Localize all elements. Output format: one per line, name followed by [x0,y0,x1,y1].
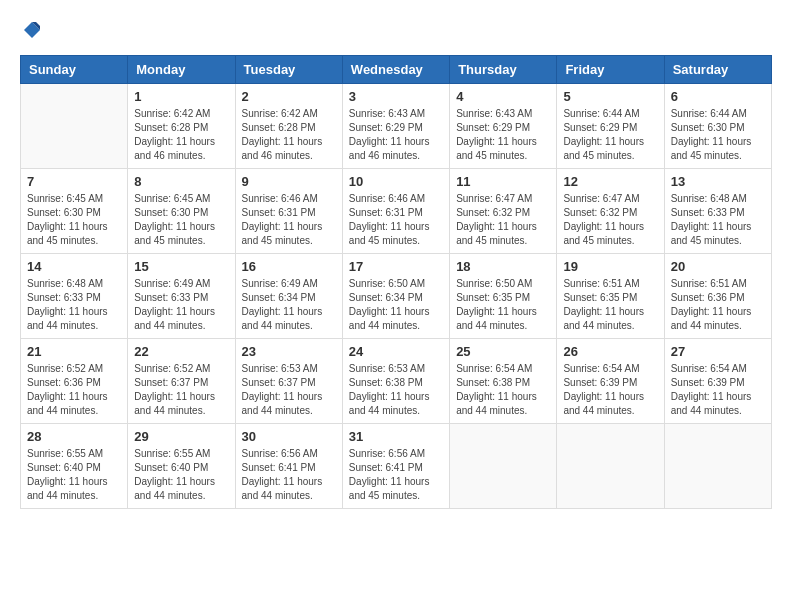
day-info: Sunrise: 6:47 AM Sunset: 6:32 PM Dayligh… [563,192,657,248]
calendar-cell: 6Sunrise: 6:44 AM Sunset: 6:30 PM Daylig… [664,84,771,169]
calendar-cell [450,424,557,509]
day-number: 11 [456,174,550,189]
day-info: Sunrise: 6:52 AM Sunset: 6:37 PM Dayligh… [134,362,228,418]
calendar-cell: 24Sunrise: 6:53 AM Sunset: 6:38 PM Dayli… [342,339,449,424]
calendar-cell [664,424,771,509]
calendar-cell: 12Sunrise: 6:47 AM Sunset: 6:32 PM Dayli… [557,169,664,254]
calendar-cell: 19Sunrise: 6:51 AM Sunset: 6:35 PM Dayli… [557,254,664,339]
day-info: Sunrise: 6:51 AM Sunset: 6:36 PM Dayligh… [671,277,765,333]
day-number: 21 [27,344,121,359]
calendar-cell: 28Sunrise: 6:55 AM Sunset: 6:40 PM Dayli… [21,424,128,509]
day-info: Sunrise: 6:56 AM Sunset: 6:41 PM Dayligh… [242,447,336,503]
day-number: 17 [349,259,443,274]
calendar-cell: 20Sunrise: 6:51 AM Sunset: 6:36 PM Dayli… [664,254,771,339]
day-info: Sunrise: 6:45 AM Sunset: 6:30 PM Dayligh… [134,192,228,248]
calendar-cell: 27Sunrise: 6:54 AM Sunset: 6:39 PM Dayli… [664,339,771,424]
day-info: Sunrise: 6:42 AM Sunset: 6:28 PM Dayligh… [242,107,336,163]
calendar-cell: 14Sunrise: 6:48 AM Sunset: 6:33 PM Dayli… [21,254,128,339]
day-info: Sunrise: 6:44 AM Sunset: 6:30 PM Dayligh… [671,107,765,163]
day-number: 19 [563,259,657,274]
day-number: 22 [134,344,228,359]
calendar-week-row: 7Sunrise: 6:45 AM Sunset: 6:30 PM Daylig… [21,169,772,254]
day-info: Sunrise: 6:46 AM Sunset: 6:31 PM Dayligh… [349,192,443,248]
day-info: Sunrise: 6:43 AM Sunset: 6:29 PM Dayligh… [349,107,443,163]
day-info: Sunrise: 6:48 AM Sunset: 6:33 PM Dayligh… [671,192,765,248]
weekday-header: Monday [128,56,235,84]
day-number: 4 [456,89,550,104]
day-number: 8 [134,174,228,189]
calendar-week-row: 1Sunrise: 6:42 AM Sunset: 6:28 PM Daylig… [21,84,772,169]
day-number: 31 [349,429,443,444]
calendar-cell: 13Sunrise: 6:48 AM Sunset: 6:33 PM Dayli… [664,169,771,254]
calendar-week-row: 28Sunrise: 6:55 AM Sunset: 6:40 PM Dayli… [21,424,772,509]
weekday-header: Wednesday [342,56,449,84]
day-info: Sunrise: 6:45 AM Sunset: 6:30 PM Dayligh… [27,192,121,248]
calendar-cell: 11Sunrise: 6:47 AM Sunset: 6:32 PM Dayli… [450,169,557,254]
calendar-cell: 25Sunrise: 6:54 AM Sunset: 6:38 PM Dayli… [450,339,557,424]
calendar-cell [21,84,128,169]
calendar-cell: 31Sunrise: 6:56 AM Sunset: 6:41 PM Dayli… [342,424,449,509]
calendar-cell: 10Sunrise: 6:46 AM Sunset: 6:31 PM Dayli… [342,169,449,254]
calendar-cell: 1Sunrise: 6:42 AM Sunset: 6:28 PM Daylig… [128,84,235,169]
day-info: Sunrise: 6:44 AM Sunset: 6:29 PM Dayligh… [563,107,657,163]
day-info: Sunrise: 6:50 AM Sunset: 6:34 PM Dayligh… [349,277,443,333]
weekday-header: Thursday [450,56,557,84]
calendar-cell: 15Sunrise: 6:49 AM Sunset: 6:33 PM Dayli… [128,254,235,339]
weekday-header-row: SundayMondayTuesdayWednesdayThursdayFrid… [21,56,772,84]
day-number: 2 [242,89,336,104]
day-info: Sunrise: 6:48 AM Sunset: 6:33 PM Dayligh… [27,277,121,333]
day-info: Sunrise: 6:51 AM Sunset: 6:35 PM Dayligh… [563,277,657,333]
day-info: Sunrise: 6:50 AM Sunset: 6:35 PM Dayligh… [456,277,550,333]
day-number: 10 [349,174,443,189]
day-info: Sunrise: 6:47 AM Sunset: 6:32 PM Dayligh… [456,192,550,248]
day-number: 15 [134,259,228,274]
day-number: 3 [349,89,443,104]
day-number: 27 [671,344,765,359]
day-info: Sunrise: 6:49 AM Sunset: 6:33 PM Dayligh… [134,277,228,333]
day-number: 26 [563,344,657,359]
day-info: Sunrise: 6:55 AM Sunset: 6:40 PM Dayligh… [134,447,228,503]
calendar-cell: 23Sunrise: 6:53 AM Sunset: 6:37 PM Dayli… [235,339,342,424]
day-number: 29 [134,429,228,444]
day-number: 13 [671,174,765,189]
day-info: Sunrise: 6:49 AM Sunset: 6:34 PM Dayligh… [242,277,336,333]
calendar-cell: 30Sunrise: 6:56 AM Sunset: 6:41 PM Dayli… [235,424,342,509]
weekday-header: Saturday [664,56,771,84]
day-info: Sunrise: 6:43 AM Sunset: 6:29 PM Dayligh… [456,107,550,163]
day-number: 9 [242,174,336,189]
calendar-cell: 29Sunrise: 6:55 AM Sunset: 6:40 PM Dayli… [128,424,235,509]
day-number: 14 [27,259,121,274]
calendar-week-row: 14Sunrise: 6:48 AM Sunset: 6:33 PM Dayli… [21,254,772,339]
day-number: 23 [242,344,336,359]
day-number: 25 [456,344,550,359]
day-number: 30 [242,429,336,444]
day-info: Sunrise: 6:53 AM Sunset: 6:38 PM Dayligh… [349,362,443,418]
day-number: 6 [671,89,765,104]
weekday-header: Tuesday [235,56,342,84]
calendar-cell: 4Sunrise: 6:43 AM Sunset: 6:29 PM Daylig… [450,84,557,169]
day-info: Sunrise: 6:53 AM Sunset: 6:37 PM Dayligh… [242,362,336,418]
weekday-header: Friday [557,56,664,84]
weekday-header: Sunday [21,56,128,84]
logo-icon [22,20,42,40]
calendar-table: SundayMondayTuesdayWednesdayThursdayFrid… [20,55,772,509]
day-info: Sunrise: 6:42 AM Sunset: 6:28 PM Dayligh… [134,107,228,163]
calendar-cell: 2Sunrise: 6:42 AM Sunset: 6:28 PM Daylig… [235,84,342,169]
day-info: Sunrise: 6:54 AM Sunset: 6:39 PM Dayligh… [671,362,765,418]
page-header [20,20,772,45]
calendar-cell: 17Sunrise: 6:50 AM Sunset: 6:34 PM Dayli… [342,254,449,339]
calendar-cell: 3Sunrise: 6:43 AM Sunset: 6:29 PM Daylig… [342,84,449,169]
logo [20,20,42,45]
calendar-cell: 26Sunrise: 6:54 AM Sunset: 6:39 PM Dayli… [557,339,664,424]
day-number: 5 [563,89,657,104]
day-number: 12 [563,174,657,189]
calendar-cell [557,424,664,509]
day-info: Sunrise: 6:52 AM Sunset: 6:36 PM Dayligh… [27,362,121,418]
day-number: 1 [134,89,228,104]
calendar-cell: 8Sunrise: 6:45 AM Sunset: 6:30 PM Daylig… [128,169,235,254]
day-number: 24 [349,344,443,359]
day-info: Sunrise: 6:46 AM Sunset: 6:31 PM Dayligh… [242,192,336,248]
day-info: Sunrise: 6:54 AM Sunset: 6:38 PM Dayligh… [456,362,550,418]
day-info: Sunrise: 6:56 AM Sunset: 6:41 PM Dayligh… [349,447,443,503]
calendar-cell: 7Sunrise: 6:45 AM Sunset: 6:30 PM Daylig… [21,169,128,254]
